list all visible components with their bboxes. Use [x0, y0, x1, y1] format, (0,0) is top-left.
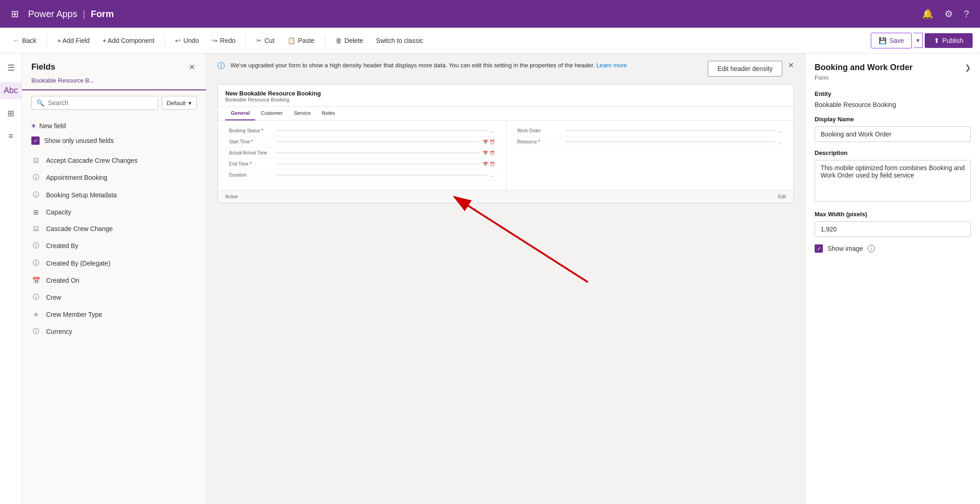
right-panel: Booking and Work Order ❯ Form Entity Boo… [805, 53, 980, 504]
form-footer-edit: Edit [778, 194, 786, 199]
save-icon: 💾 [879, 37, 886, 44]
field-name: Crew Member Type [46, 311, 102, 318]
right-panel-chevron-icon[interactable]: ❯ [965, 63, 971, 72]
top-nav: ⊞ Power Apps | Form 🔔 ⚙ ? [0, 0, 980, 28]
fields-list: ☑ Accept Cascade Crew Changes ⓘ Appointm… [22, 150, 206, 504]
search-input[interactable] [48, 99, 153, 107]
info-icon: ⓘ [31, 191, 41, 199]
field-name: Cascade Crew Change [46, 225, 113, 232]
default-dropdown[interactable]: Default ▾ [162, 96, 197, 110]
info-icon: ⓘ [31, 327, 41, 336]
paste-label: Paste [298, 37, 315, 44]
checkbox-icon: ☑ [31, 157, 41, 164]
plus-icon: + [31, 122, 35, 130]
list-item[interactable]: ☑ Cascade Crew Change [22, 220, 206, 237]
entity-label: Entity [815, 90, 971, 97]
bell-icon[interactable]: 🔔 [922, 8, 933, 19]
description-textarea[interactable]: This mobile optimized form combines Book… [815, 160, 971, 202]
form-field-booking-status: Booking Status * … [225, 125, 499, 136]
fields-close-button[interactable]: ✕ [187, 61, 197, 73]
list-item[interactable]: ⊞ Capacity [22, 204, 206, 220]
form-preview: New Bookable Resource Booking Bookable R… [217, 84, 794, 203]
list-item[interactable]: ⓘ Created By (Delegate) [22, 255, 206, 272]
form-left-column: Booking Status * … Start Time * 📅⏰ Actua… [218, 121, 506, 190]
field-name: Created By [46, 242, 78, 249]
publish-button[interactable]: ⬆ Publish [925, 33, 973, 48]
form-preview-header: New Bookable Resource Booking Bookable R… [218, 84, 793, 107]
learn-more-link[interactable]: Learn more [596, 62, 627, 69]
calendar-icon: 📅 [31, 277, 41, 284]
list-item[interactable]: ⓘ Appointment Booking [22, 169, 206, 186]
save-dropdown-button[interactable]: ▾ [914, 33, 923, 48]
add-field-button[interactable]: + Add Field [52, 34, 95, 47]
show-unused-label: Show only unused fields [44, 137, 114, 144]
switch-classic-button[interactable]: Switch to classic [370, 34, 429, 47]
field-name: Appointment Booking [46, 174, 107, 181]
brand-name: Power Apps [28, 9, 77, 19]
list-item[interactable]: ⓘ Crew [22, 289, 206, 306]
list-item[interactable]: ⓘ Created By [22, 237, 206, 255]
show-unused-checkbox[interactable]: ✓ [31, 136, 40, 145]
checkbox-icon: ☑ [31, 225, 41, 232]
info-icon: ⓘ [31, 242, 41, 250]
back-button[interactable]: ← Back [7, 34, 42, 47]
paste-icon: 📋 [288, 37, 295, 44]
field-name: Currency [46, 328, 72, 335]
divider-1 [47, 34, 47, 47]
display-name-label: Display Name [815, 116, 971, 123]
text-icon[interactable]: Abc [0, 82, 22, 99]
undo-label: Undo [183, 37, 199, 44]
layers-icon[interactable]: ≡ [5, 128, 17, 145]
toolbar: ← Back + Add Field + Add Component ↩ Und… [0, 28, 980, 53]
publish-label: Publish [942, 37, 963, 44]
hamburger-icon[interactable]: ☰ [4, 59, 18, 77]
undo-button[interactable]: ↩ Undo [170, 34, 204, 47]
delete-button[interactable]: 🗑 Delete [330, 34, 369, 47]
field-name: Booking Setup Metadata [46, 191, 117, 199]
list-item[interactable]: ⓘ Booking Setup Metadata [22, 186, 206, 204]
divider-2 [164, 34, 165, 47]
list-item[interactable]: 📅 Created On [22, 272, 206, 289]
gear-icon[interactable]: ⚙ [945, 8, 953, 19]
tab-general[interactable]: General [225, 107, 255, 120]
show-image-checkbox[interactable]: ✓ [815, 244, 823, 253]
info-close-icon[interactable]: ✕ [788, 61, 794, 70]
divider-3 [246, 34, 246, 47]
search-box: 🔍 [31, 96, 158, 110]
help-icon[interactable]: ? [964, 9, 969, 19]
fields-panel: Fields ✕ Bookable Resource B... 🔍 Defaul… [22, 53, 206, 504]
edit-header-density-button[interactable]: Edit header density [708, 61, 782, 77]
form-field-resource: Resource * … [514, 136, 786, 148]
form-field-end-time: End Time * 📅⏰ [225, 159, 499, 170]
dashboard-icon[interactable]: ⊞ [4, 105, 18, 122]
show-image-info-icon[interactable]: i [868, 245, 875, 252]
redo-button[interactable]: ↪ Redo [206, 34, 241, 47]
grid-icon: ⊞ [31, 208, 41, 216]
save-button[interactable]: 💾 Save [871, 33, 912, 48]
tab-notes[interactable]: Notes [316, 107, 340, 120]
add-component-button[interactable]: + Add Component [97, 34, 160, 47]
paste-button[interactable]: 📋 Paste [282, 34, 320, 47]
show-image-label: Show image [827, 245, 863, 252]
left-sidebar: ☰ Abc ⊞ ≡ [0, 53, 22, 504]
tab-customer[interactable]: Customer [255, 107, 288, 120]
new-field-button[interactable]: + New field [31, 119, 197, 133]
display-name-input[interactable] [815, 126, 971, 142]
back-label: Back [22, 37, 36, 44]
list-item[interactable]: ⓘ Currency [22, 323, 206, 340]
info-icon: ⓘ [31, 259, 41, 267]
max-width-input[interactable] [815, 221, 971, 237]
undo-icon: ↩ [175, 37, 181, 44]
list-item[interactable]: ≡ Crew Member Type [22, 306, 206, 323]
tab-service[interactable]: Service [288, 107, 317, 120]
entity-value: Bookable Resource Booking [815, 101, 971, 108]
list-item[interactable]: ☑ Accept Cascade Crew Changes [22, 152, 206, 169]
dropdown-icon: ≡ [31, 311, 41, 318]
apps-icon[interactable]: ⊞ [11, 8, 19, 19]
publish-icon: ⬆ [934, 37, 939, 44]
cut-label: Cut [264, 37, 275, 44]
form-field-work-order: Work Order … [514, 125, 786, 136]
add-component-label: + Add Component [103, 37, 154, 44]
chevron-down-icon: ▾ [188, 100, 192, 107]
cut-button[interactable]: ✂ Cut [251, 34, 280, 47]
